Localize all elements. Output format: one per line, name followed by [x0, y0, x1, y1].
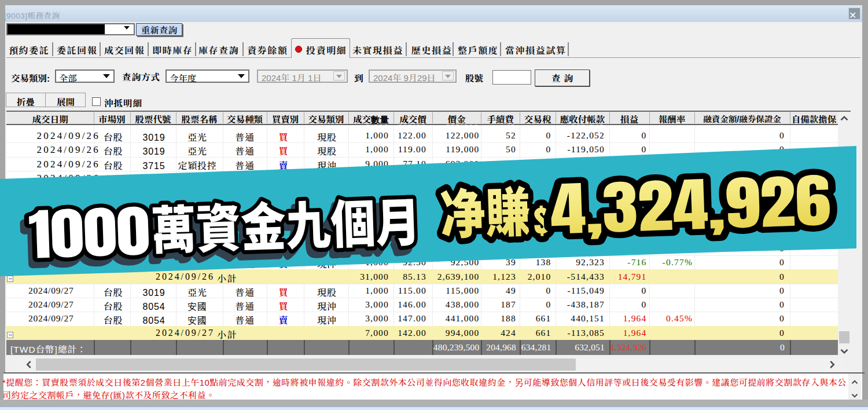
- svg-text:净賺$4,324,926: 净賺$4,324,926: [439, 156, 832, 257]
